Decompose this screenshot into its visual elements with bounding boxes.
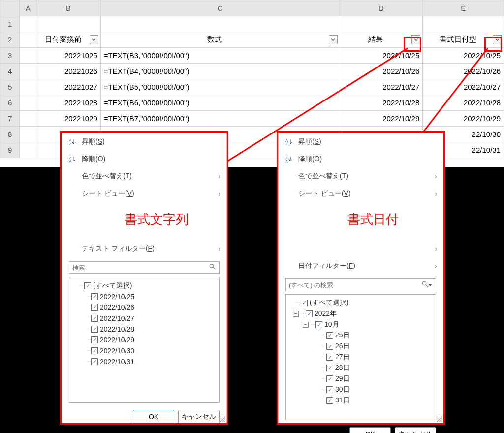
autofilter-menu-right: AZ 昇順(S) ZA 降順(O) 色で並べ替え(T)› シート ビュー(V)›… [278, 133, 443, 423]
checkbox[interactable]: ✓ [91, 358, 98, 365]
col-header-a[interactable]: A [20, 0, 36, 16]
checkbox[interactable]: ✓ [326, 332, 333, 339]
filter-day: 31日 [335, 396, 350, 405]
row-header[interactable]: 2 [0, 32, 20, 48]
cell[interactable]: 2022/10/25 [340, 48, 423, 64]
col-header-e[interactable]: E [423, 0, 504, 16]
checkbox[interactable]: ✓ [326, 375, 333, 382]
checkbox[interactable]: ✓ [326, 343, 333, 350]
cell[interactable]: 20221028 [36, 95, 101, 111]
cell[interactable]: =TEXT(B6,"0000!/00!/00") [100, 95, 340, 111]
checkbox[interactable]: ✓ [91, 293, 98, 300]
cell[interactable]: 20221026 [36, 64, 101, 79]
sort-descending[interactable]: ZA 降順(O) [62, 150, 226, 167]
collapse-icon[interactable]: − [303, 322, 309, 328]
checkbox[interactable]: ✓ [315, 321, 322, 328]
svg-text:A: A [69, 159, 72, 163]
collapse-icon[interactable]: − [293, 311, 299, 317]
row-header[interactable]: 1 [0, 16, 20, 32]
filter-button[interactable] [493, 35, 502, 44]
cell[interactable]: 2022/10/29 [423, 111, 504, 127]
chevron-right-icon: › [435, 245, 437, 253]
text-filter[interactable]: テキスト フィルター(F)› [62, 240, 226, 257]
checkbox[interactable]: ✓ [301, 300, 308, 306]
filter-search-input[interactable] [69, 261, 220, 274]
sheet-view[interactable]: シート ビュー(V)› [279, 185, 443, 202]
date-filter[interactable]: 日付フィルター(F)› [279, 257, 443, 274]
filter-button[interactable] [411, 35, 420, 44]
row-header[interactable]: 8 [0, 127, 20, 142]
chevron-right-icon: › [218, 245, 220, 253]
checkbox[interactable]: ✓ [91, 315, 98, 322]
filter-values-tree[interactable]: ⋯✓(すべて選択) ⋯✓2022/10/25 ⋯✓2022/10/26 ⋯✓20… [69, 277, 220, 403]
filter-item: 2022/10/28 [100, 325, 134, 333]
cell[interactable]: 2022/10/27 [340, 79, 423, 95]
header-label: 数式 [103, 35, 327, 44]
cell[interactable]: 2022/10/28 [340, 95, 423, 111]
ok-button[interactable]: OK [133, 410, 174, 424]
blank-menu-item[interactable]: › [279, 240, 443, 257]
cell[interactable]: =TEXT(B5,"0000!/00!/00") [100, 79, 340, 95]
cell[interactable]: 20221029 [36, 111, 101, 127]
filter-item: 2022/10/31 [100, 358, 134, 366]
row-header[interactable]: 6 [0, 95, 20, 111]
sort-ascending[interactable]: AZ 昇順(S) [62, 133, 226, 150]
row-header[interactable]: 7 [0, 111, 20, 127]
svg-line-13 [426, 285, 428, 287]
checkbox[interactable]: ✓ [326, 386, 333, 393]
checkbox[interactable]: ✓ [91, 336, 98, 343]
checkbox[interactable]: ✓ [326, 397, 333, 404]
sort-desc-icon: ZA [69, 155, 82, 163]
filter-button[interactable] [329, 35, 338, 44]
cell[interactable]: 20221027 [36, 79, 101, 95]
cell[interactable]: =TEXT(B4,"0000!/00!/00") [100, 64, 340, 79]
select-all-cell[interactable] [0, 0, 20, 16]
checkbox[interactable]: ✓ [326, 365, 333, 371]
col-header-d[interactable]: D [340, 0, 423, 16]
cell[interactable]: =TEXT(B7,"0000!/00!/00") [100, 111, 340, 127]
svg-text:Z: Z [285, 142, 288, 146]
svg-point-6 [210, 264, 214, 268]
col-header-c[interactable]: C [100, 0, 340, 16]
checkbox[interactable]: ✓ [91, 347, 98, 354]
row-header[interactable]: 5 [0, 79, 20, 95]
cancel-button[interactable]: キャンセル [395, 427, 436, 433]
annotation-label: 書式文字列 [62, 202, 226, 240]
col-header-b[interactable]: B [36, 0, 101, 16]
checkbox[interactable]: ✓ [91, 326, 98, 333]
checkbox[interactable]: ✓ [326, 354, 333, 361]
cell[interactable]: =TEXT(B3,"0000!/00!/00") [100, 48, 340, 64]
dropdown-icon[interactable] [428, 284, 432, 286]
cancel-button[interactable]: キャンセル [178, 410, 220, 424]
ok-button[interactable]: OK [349, 427, 391, 433]
filter-button[interactable] [90, 35, 98, 44]
checkbox[interactable]: ✓ [84, 282, 91, 289]
cell[interactable]: 2022/10/28 [423, 95, 504, 111]
row-header[interactable]: 9 [0, 142, 20, 158]
resize-grip[interactable] [436, 416, 442, 422]
select-all-label: (すべて選択) [310, 299, 348, 307]
chevron-right-icon: › [218, 190, 220, 198]
sheet-view[interactable]: シート ビュー(V)› [62, 185, 226, 202]
checkbox[interactable]: ✓ [91, 304, 98, 311]
cell[interactable]: 2022/10/26 [423, 64, 504, 79]
cell[interactable]: 2022/10/26 [340, 64, 423, 79]
header-label: 書式日付型 [425, 35, 491, 44]
sort-ascending[interactable]: AZ 昇順(S) [279, 133, 443, 150]
filter-search-input[interactable] [285, 278, 436, 291]
row-header[interactable]: 3 [0, 48, 20, 64]
filter-day: 30日 [335, 385, 350, 394]
resize-grip[interactable] [220, 416, 225, 422]
cell[interactable]: 2022/10/25 [423, 48, 504, 64]
checkbox[interactable]: ✓ [306, 310, 313, 317]
cell[interactable]: 2022/10/29 [340, 111, 423, 127]
cell[interactable]: 20221025 [36, 48, 101, 64]
sort-by-color[interactable]: 色で並べ替え(T)› [279, 167, 443, 185]
filter-values-tree[interactable]: ⋯✓(すべて選択) −⋯✓2022年 −⋯✓10月 ⋯✓25日 ⋯✓26日 ⋯✓… [285, 294, 436, 420]
filter-item: 2022/10/25 [100, 293, 134, 300]
sort-by-color[interactable]: 色で並べ替え(T)› [62, 167, 226, 185]
sort-descending[interactable]: ZA 降順(O) [279, 150, 443, 167]
cell[interactable]: 2022/10/27 [423, 79, 504, 95]
svg-text:Z: Z [69, 142, 71, 146]
row-header[interactable]: 4 [0, 64, 20, 79]
